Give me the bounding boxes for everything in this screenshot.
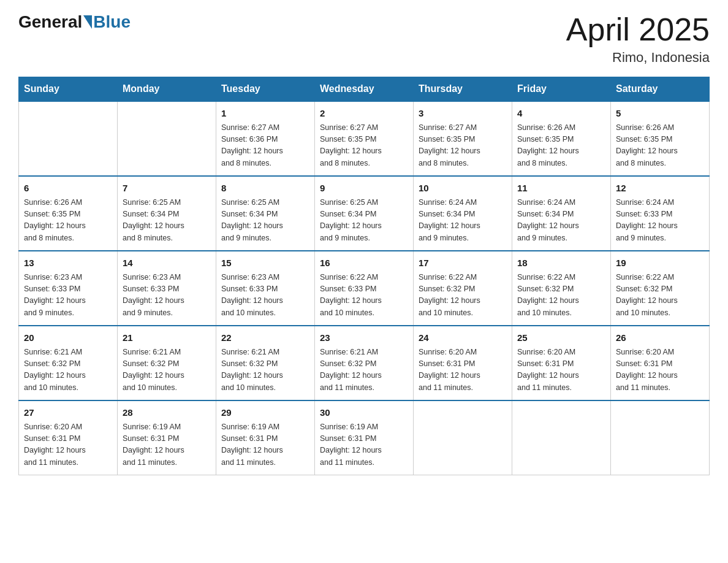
calendar-cell: 4Sunrise: 6:26 AMSunset: 6:35 PMDaylight… [512,101,611,176]
day-number: 9 [320,182,408,196]
logo-area: General Blue [18,12,131,32]
calendar-cell: 25Sunrise: 6:20 AMSunset: 6:31 PMDayligh… [512,326,611,400]
calendar-cell [118,101,216,176]
calendar-cell [19,101,118,176]
day-info: Sunrise: 6:23 AMSunset: 6:33 PMDaylight:… [123,272,211,320]
day-info: Sunrise: 6:20 AMSunset: 6:31 PMDaylight:… [419,347,507,394]
calendar-cell: 3Sunrise: 6:27 AMSunset: 6:35 PMDaylight… [414,101,512,176]
day-info: Sunrise: 6:21 AMSunset: 6:32 PMDaylight:… [24,347,112,394]
day-number: 23 [320,331,408,345]
day-number: 28 [123,406,211,420]
calendar-cell: 7Sunrise: 6:25 AMSunset: 6:34 PMDaylight… [118,176,216,251]
calendar-cell: 22Sunrise: 6:21 AMSunset: 6:32 PMDayligh… [216,326,315,400]
calendar-cell [512,400,611,475]
calendar-cell: 14Sunrise: 6:23 AMSunset: 6:33 PMDayligh… [118,251,216,326]
day-info: Sunrise: 6:25 AMSunset: 6:34 PMDaylight:… [123,197,211,245]
day-info: Sunrise: 6:21 AMSunset: 6:32 PMDaylight:… [320,347,408,394]
day-info: Sunrise: 6:24 AMSunset: 6:33 PMDaylight:… [616,197,704,245]
calendar-cell: 11Sunrise: 6:24 AMSunset: 6:34 PMDayligh… [512,176,611,251]
day-info: Sunrise: 6:21 AMSunset: 6:32 PMDaylight:… [123,347,211,394]
calendar-cell: 18Sunrise: 6:22 AMSunset: 6:32 PMDayligh… [512,251,611,326]
day-number: 4 [517,107,605,121]
calendar-cell: 2Sunrise: 6:27 AMSunset: 6:35 PMDaylight… [315,101,414,176]
day-number: 27 [24,406,112,420]
calendar-cell [611,400,710,475]
calendar-cell: 23Sunrise: 6:21 AMSunset: 6:32 PMDayligh… [315,326,414,400]
calendar-cell: 26Sunrise: 6:20 AMSunset: 6:31 PMDayligh… [611,326,710,400]
day-info: Sunrise: 6:20 AMSunset: 6:31 PMDaylight:… [24,421,112,469]
calendar-cell: 16Sunrise: 6:22 AMSunset: 6:33 PMDayligh… [315,251,414,326]
calendar-subtitle: Rimo, Indonesia [566,50,710,66]
day-info: Sunrise: 6:22 AMSunset: 6:32 PMDaylight:… [419,272,507,320]
day-info: Sunrise: 6:20 AMSunset: 6:31 PMDaylight:… [616,347,704,394]
day-info: Sunrise: 6:23 AMSunset: 6:33 PMDaylight:… [24,272,112,320]
logo-triangle-icon [83,15,92,29]
day-number: 13 [24,256,112,270]
calendar-body: 1Sunrise: 6:27 AMSunset: 6:36 PMDaylight… [19,101,710,475]
day-number: 2 [320,107,408,121]
day-number: 25 [517,331,605,345]
calendar-cell: 17Sunrise: 6:22 AMSunset: 6:32 PMDayligh… [414,251,512,326]
calendar-header: SundayMondayTuesdayWednesdayThursdayFrid… [19,77,710,102]
logo: General Blue [18,12,131,32]
header-day-monday: Monday [118,77,216,102]
day-number: 8 [221,182,309,196]
week-row-3: 13Sunrise: 6:23 AMSunset: 6:33 PMDayligh… [19,251,710,326]
day-number: 6 [24,182,112,196]
day-info: Sunrise: 6:19 AMSunset: 6:31 PMDaylight:… [320,421,408,469]
day-info: Sunrise: 6:25 AMSunset: 6:34 PMDaylight:… [320,197,408,245]
calendar-title: April 2025 [566,12,710,47]
day-info: Sunrise: 6:24 AMSunset: 6:34 PMDaylight:… [517,197,605,245]
header-row: SundayMondayTuesdayWednesdayThursdayFrid… [19,77,710,102]
day-info: Sunrise: 6:25 AMSunset: 6:34 PMDaylight:… [221,197,309,245]
day-number: 15 [221,256,309,270]
day-info: Sunrise: 6:26 AMSunset: 6:35 PMDaylight:… [24,197,112,245]
header-day-saturday: Saturday [611,77,710,102]
day-number: 29 [221,406,309,420]
header-day-wednesday: Wednesday [315,77,414,102]
day-info: Sunrise: 6:27 AMSunset: 6:35 PMDaylight:… [320,122,408,170]
day-info: Sunrise: 6:22 AMSunset: 6:32 PMDaylight:… [517,272,605,320]
day-number: 12 [616,182,704,196]
week-row-1: 1Sunrise: 6:27 AMSunset: 6:36 PMDaylight… [19,101,710,176]
day-number: 11 [517,182,605,196]
calendar-cell: 24Sunrise: 6:20 AMSunset: 6:31 PMDayligh… [414,326,512,400]
header-day-thursday: Thursday [414,77,512,102]
day-info: Sunrise: 6:27 AMSunset: 6:35 PMDaylight:… [419,122,507,170]
calendar-cell: 12Sunrise: 6:24 AMSunset: 6:33 PMDayligh… [611,176,710,251]
calendar-cell: 15Sunrise: 6:23 AMSunset: 6:33 PMDayligh… [216,251,315,326]
day-number: 16 [320,256,408,270]
day-info: Sunrise: 6:21 AMSunset: 6:32 PMDaylight:… [221,347,309,394]
week-row-2: 6Sunrise: 6:26 AMSunset: 6:35 PMDaylight… [19,176,710,251]
day-number: 26 [616,331,704,345]
calendar-cell: 8Sunrise: 6:25 AMSunset: 6:34 PMDaylight… [216,176,315,251]
calendar-cell: 21Sunrise: 6:21 AMSunset: 6:32 PMDayligh… [118,326,216,400]
calendar-cell [414,400,512,475]
logo-blue-text: Blue [93,12,131,32]
calendar-cell: 19Sunrise: 6:22 AMSunset: 6:32 PMDayligh… [611,251,710,326]
day-number: 1 [221,107,309,121]
day-number: 24 [419,331,507,345]
day-number: 22 [221,331,309,345]
calendar-cell: 1Sunrise: 6:27 AMSunset: 6:36 PMDaylight… [216,101,315,176]
logo-general-text: General [18,12,82,32]
day-number: 18 [517,256,605,270]
calendar-cell: 27Sunrise: 6:20 AMSunset: 6:31 PMDayligh… [19,400,118,475]
day-info: Sunrise: 6:23 AMSunset: 6:33 PMDaylight:… [221,272,309,320]
day-number: 21 [123,331,211,345]
header-day-friday: Friday [512,77,611,102]
day-number: 10 [419,182,507,196]
calendar-cell: 9Sunrise: 6:25 AMSunset: 6:34 PMDaylight… [315,176,414,251]
calendar-cell: 28Sunrise: 6:19 AMSunset: 6:31 PMDayligh… [118,400,216,475]
header-day-sunday: Sunday [19,77,118,102]
calendar-cell: 10Sunrise: 6:24 AMSunset: 6:34 PMDayligh… [414,176,512,251]
day-number: 19 [616,256,704,270]
day-number: 14 [123,256,211,270]
calendar-table: SundayMondayTuesdayWednesdayThursdayFrid… [18,77,710,475]
calendar-cell: 13Sunrise: 6:23 AMSunset: 6:33 PMDayligh… [19,251,118,326]
day-info: Sunrise: 6:27 AMSunset: 6:36 PMDaylight:… [221,122,309,170]
calendar-cell: 6Sunrise: 6:26 AMSunset: 6:35 PMDaylight… [19,176,118,251]
calendar-cell: 5Sunrise: 6:26 AMSunset: 6:35 PMDaylight… [611,101,710,176]
day-number: 3 [419,107,507,121]
day-number: 30 [320,406,408,420]
